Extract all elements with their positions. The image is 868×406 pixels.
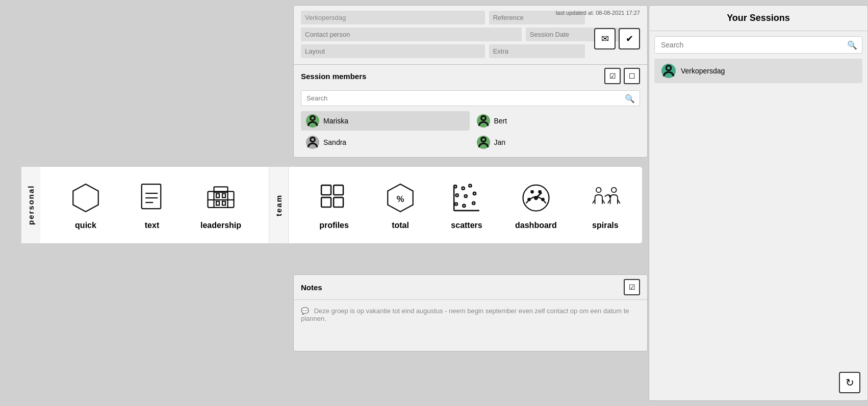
- svg-text:%: %: [397, 194, 404, 204]
- svg-rect-27: [469, 184, 471, 187]
- toolbar-item-quick[interactable]: quick: [53, 175, 119, 235]
- member-name: Bert: [494, 117, 507, 125]
- svg-rect-17: [216, 194, 219, 198]
- form-row-3: [301, 44, 640, 58]
- svg-rect-33: [472, 202, 475, 205]
- last-updated-text: last updated at: 08-08-2021 17:27: [556, 10, 640, 16]
- svg-point-3: [481, 137, 486, 142]
- svg-point-42: [539, 191, 541, 193]
- svg-rect-32: [463, 205, 465, 207]
- svg-point-38: [534, 196, 538, 199]
- contact-person-input[interactable]: [301, 28, 522, 41]
- member-item[interactable]: Bert: [472, 111, 641, 131]
- svg-point-4: [666, 66, 671, 70]
- svg-point-39: [528, 198, 530, 201]
- layout-input[interactable]: [301, 44, 485, 58]
- svg-rect-15: [216, 201, 219, 206]
- members-check-button[interactable]: ☑: [604, 68, 621, 84]
- session-panel: last updated at: 08-08-2021 17:27 ✉ ✔ Se…: [293, 5, 648, 158]
- avatar: [306, 136, 319, 149]
- notes-check-button[interactable]: ☑: [624, 279, 640, 295]
- members-search-bar: 🔍: [301, 90, 640, 106]
- toolbar-item-spirals[interactable]: spirals: [572, 175, 639, 235]
- avatar: [477, 114, 490, 128]
- svg-rect-19: [321, 185, 331, 195]
- profiles-icon: [316, 180, 352, 216]
- toolbar-item-total[interactable]: % total: [367, 175, 433, 235]
- sessions-search-input[interactable]: [654, 36, 862, 54]
- session-item-name: Verkopersdag: [681, 67, 725, 75]
- notes-section: Notes ☑ 💬 Deze groep is op vakantie tot …: [293, 274, 648, 351]
- svg-rect-18: [222, 194, 225, 198]
- toolbar-item-text[interactable]: text: [119, 175, 185, 235]
- svg-point-2: [311, 137, 315, 142]
- session-header: last updated at: 08-08-2021 17:27 ✉ ✔: [294, 6, 647, 64]
- session-title-input[interactable]: [301, 11, 485, 24]
- personal-toolbar-items: quick text: [40, 167, 269, 243]
- dashboard-label: dashboard: [515, 221, 557, 230]
- member-item[interactable]: Sandra: [301, 133, 470, 152]
- total-icon: %: [382, 180, 418, 216]
- sessions-panel-title: Your Sessions: [649, 6, 867, 31]
- quick-icon: [68, 180, 104, 216]
- sessions-search-icon: 🔍: [847, 40, 857, 50]
- svg-rect-21: [321, 197, 331, 207]
- sessions-search-bar: 🔍: [654, 36, 862, 54]
- leadership-label: leadership: [200, 221, 241, 230]
- toolbar-item-leadership[interactable]: leadership: [185, 175, 257, 235]
- svg-point-1: [481, 116, 486, 120]
- member-name: Sandra: [323, 138, 346, 146]
- svg-rect-26: [462, 187, 465, 190]
- avatar: [306, 114, 319, 128]
- scatters-label: scatters: [451, 221, 482, 230]
- comment-icon: 💬: [301, 307, 309, 315]
- svg-point-40: [542, 198, 544, 201]
- spirals-icon: [588, 180, 623, 216]
- member-item[interactable]: Mariska: [301, 111, 470, 131]
- members-square-button[interactable]: ☐: [624, 68, 640, 84]
- refresh-button[interactable]: ↻: [839, 372, 860, 393]
- toolbar-item-scatters[interactable]: scatters: [433, 175, 500, 235]
- text-icon: [134, 180, 170, 216]
- svg-point-41: [531, 191, 533, 193]
- session-list-item[interactable]: Verkopersdag: [654, 59, 862, 83]
- session-item-avatar: [661, 64, 676, 78]
- notes-body: 💬 Deze groep is op vakantie tot eind aug…: [294, 300, 647, 351]
- avatar: [477, 136, 490, 149]
- spirals-label: spirals: [592, 221, 619, 230]
- notes-title: Notes: [301, 283, 624, 292]
- confirm-button[interactable]: ✔: [619, 28, 640, 49]
- text-label: text: [145, 221, 159, 230]
- members-search-icon: 🔍: [625, 93, 635, 103]
- form-row-2: ✉ ✔: [301, 28, 640, 41]
- svg-rect-29: [465, 195, 467, 197]
- svg-rect-28: [456, 194, 458, 196]
- svg-marker-5: [73, 184, 98, 212]
- member-item[interactable]: Jan: [472, 133, 641, 152]
- member-name: Jan: [494, 138, 506, 146]
- toolbar-item-dashboard[interactable]: dashboard: [500, 175, 572, 235]
- members-icon-group: ☑ ☐: [604, 68, 640, 84]
- scatters-icon: [449, 180, 484, 216]
- svg-point-47: [611, 188, 617, 193]
- email-button[interactable]: ✉: [594, 28, 616, 49]
- toolbar-item-profiles[interactable]: profiles: [301, 175, 367, 235]
- profiles-label: profiles: [319, 221, 349, 230]
- svg-rect-31: [455, 202, 457, 205]
- svg-point-43: [596, 188, 601, 193]
- svg-rect-20: [334, 185, 343, 195]
- notes-text: Deze groep is op vakantie tot eind augus…: [301, 307, 629, 322]
- svg-rect-6: [142, 184, 161, 209]
- personal-section-label: personal: [21, 167, 40, 243]
- team-toolbar-items: profiles % total: [289, 167, 651, 243]
- svg-rect-16: [222, 201, 225, 206]
- members-section-header: Session members ☑ ☐: [294, 64, 647, 87]
- members-title: Session members: [301, 72, 600, 81]
- leadership-icon: [203, 180, 239, 216]
- notes-title-row: Notes ☑: [294, 275, 647, 300]
- total-label: total: [392, 221, 409, 230]
- members-search-input[interactable]: [301, 90, 640, 106]
- extra-input[interactable]: [489, 44, 585, 58]
- members-grid: Mariska Bert Sandra: [294, 109, 647, 157]
- quick-label: quick: [75, 221, 96, 230]
